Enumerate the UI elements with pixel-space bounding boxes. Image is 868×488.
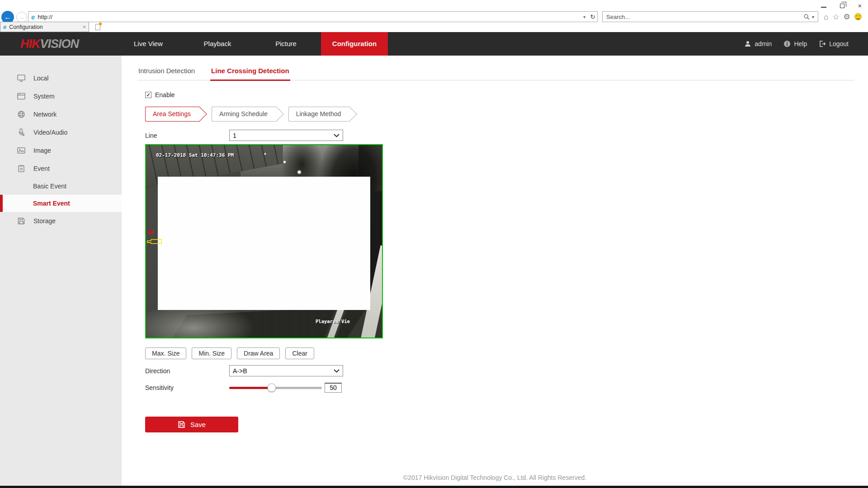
ie-logo-icon: e	[31, 13, 35, 21]
browser-toolbar: ⌂ ☆ ⚙	[824, 11, 862, 22]
help-link[interactable]: Help	[783, 40, 807, 47]
content-panel: Intrusion Detection Line Crossing Detect…	[122, 56, 868, 486]
privacy-mask-rectangle	[158, 177, 370, 310]
video-preview[interactable]: 02-17-2018 Sat 10:47:36 PM Playarea Vie …	[145, 144, 383, 338]
copyright-footer: ©2017 Hikvision Digital Technology Co., …	[122, 474, 868, 481]
microphone-icon	[17, 128, 26, 137]
camera-name-label: Playarea Vie	[316, 319, 350, 324]
event-icon	[17, 164, 26, 173]
favorites-star-icon[interactable]: ☆	[832, 13, 839, 21]
chevron-down-icon	[334, 369, 340, 373]
home-icon[interactable]: ⌂	[824, 13, 828, 21]
refresh-icon[interactable]: ↻	[590, 13, 595, 20]
crossing-line-number: 1#	[147, 229, 153, 235]
tab-line-crossing-detection[interactable]: Line Crossing Detection	[210, 67, 290, 80]
feedback-smiley-icon[interactable]	[854, 13, 862, 20]
save-row: Save	[145, 417, 868, 432]
window-restore-button[interactable]	[840, 3, 844, 9]
sensitivity-input[interactable]: 50	[325, 383, 342, 393]
search-box[interactable]: Search... ▾	[602, 11, 818, 22]
user-menu[interactable]: admin	[744, 40, 772, 47]
sidebar-item-network[interactable]: Network	[0, 105, 122, 123]
tab-title: Configuration	[9, 24, 42, 30]
app-header: HIKVISION Live View Playback Picture Con…	[0, 32, 868, 56]
subtab-arming-schedule[interactable]: Arming Schedule	[212, 107, 277, 122]
globe-icon	[17, 110, 26, 119]
window-close-button[interactable]: ×	[858, 3, 862, 9]
detection-tabs: Intrusion Detection Line Crossing Detect…	[137, 67, 854, 80]
back-arrow-icon: ←	[4, 13, 11, 21]
monitor-icon	[17, 74, 26, 83]
hikvision-logo: HIKVISION	[20, 32, 79, 56]
storage-icon	[17, 216, 26, 225]
window-controls: ×	[821, 2, 862, 10]
sidebar-item-basic-event[interactable]: Basic Event	[0, 178, 122, 195]
area-buttons-row: Max. Size Min. Size Draw Area Clear	[145, 347, 868, 359]
window-minimize-button[interactable]	[821, 3, 826, 9]
clear-button[interactable]: Clear	[285, 347, 314, 359]
video-timestamp: 02-17-2018 Sat 10:47:36 PM	[156, 152, 234, 158]
tab-favicon-icon: e	[3, 23, 6, 30]
sidebar-item-local[interactable]: Local	[0, 69, 122, 87]
max-size-button[interactable]: Max. Size	[145, 347, 186, 359]
subtab-area-settings[interactable]: Area Settings	[145, 107, 200, 122]
search-dropdown-caret-icon[interactable]: ▾	[812, 14, 814, 19]
forward-arrow-icon: →	[19, 14, 25, 21]
crossing-line-shape	[147, 239, 162, 247]
tab-intrusion-detection[interactable]: Intrusion Detection	[137, 67, 196, 80]
minimize-icon	[821, 7, 826, 8]
direction-label: Direction	[145, 367, 229, 375]
settings-gear-icon[interactable]: ⚙	[844, 13, 850, 21]
logout-button[interactable]: Logout	[819, 40, 849, 47]
sidebar-item-event[interactable]: Event	[0, 160, 122, 178]
search-icon[interactable]	[803, 14, 810, 20]
save-floppy-icon	[178, 421, 185, 428]
browser-forward-button[interactable]: →	[16, 12, 27, 23]
line-label: Line	[145, 132, 229, 139]
save-button[interactable]: Save	[145, 417, 238, 432]
draw-area-button[interactable]: Draw Area	[237, 347, 280, 359]
browser-tab-configuration[interactable]: e Configuration ×	[0, 22, 89, 32]
logout-icon	[819, 40, 826, 47]
tab-close-icon[interactable]: ×	[82, 23, 86, 30]
address-bar[interactable]: e http:// ▾ ↻	[28, 11, 598, 22]
sensitivity-label: Sensitivity	[145, 384, 229, 391]
enable-label: Enable	[155, 91, 175, 99]
subtab-linkage-method[interactable]: Linkage Method	[288, 107, 350, 122]
sidebar-item-system[interactable]: System	[0, 87, 122, 105]
new-tab-page-icon	[95, 24, 100, 30]
line-row: Line 1	[145, 130, 868, 141]
search-placeholder: Search...	[606, 14, 630, 20]
enable-row: ✓ Enable	[145, 91, 868, 99]
image-icon	[17, 146, 26, 155]
address-dropdown-caret-icon[interactable]: ▾	[583, 14, 585, 19]
settings-subtabs: Area Settings Arming Schedule Linkage Me…	[145, 107, 868, 122]
url-text: http://	[38, 14, 52, 20]
nav-playback[interactable]: Playback	[197, 32, 238, 56]
check-icon: ✓	[146, 93, 150, 98]
direction-row: Direction A->B	[145, 365, 868, 376]
nav-picture[interactable]: Picture	[267, 32, 305, 56]
slider-fill	[229, 387, 272, 389]
nav-configuration[interactable]: Configuration	[321, 32, 388, 56]
sensitivity-row: Sensitivity 50	[145, 383, 868, 393]
sidebar-item-image[interactable]: Image	[0, 141, 122, 160]
new-tab-button[interactable]	[93, 23, 103, 32]
sidebar-item-video-audio[interactable]: Video/Audio	[0, 123, 122, 141]
line-select[interactable]: 1	[229, 130, 343, 141]
sidebar-item-storage[interactable]: Storage	[0, 212, 122, 230]
user-icon	[744, 40, 751, 47]
restore-icon	[840, 4, 844, 8]
address-row: ← → e http:// ▾ ↻ Search... ▾ ⌂ ☆ ⚙	[0, 10, 868, 23]
chevron-down-icon	[334, 134, 340, 137]
enable-checkbox[interactable]: ✓	[145, 92, 151, 98]
direction-select[interactable]: A->B	[229, 365, 343, 376]
header-right: admin Help Logout	[744, 32, 849, 56]
system-icon	[17, 92, 26, 101]
browser-tab-row: e Configuration ×	[0, 22, 868, 32]
sensitivity-slider[interactable]	[229, 387, 322, 389]
min-size-button[interactable]: Min. Size	[192, 347, 231, 359]
nav-live-view[interactable]: Live View	[128, 32, 169, 56]
slider-thumb[interactable]	[268, 384, 276, 392]
sidebar-item-smart-event[interactable]: Smart Event	[0, 195, 122, 212]
